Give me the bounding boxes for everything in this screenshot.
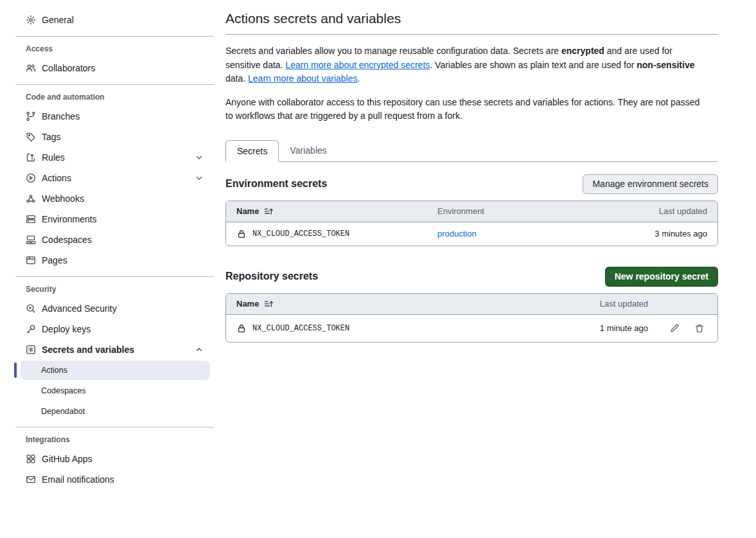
tab-secrets[interactable]: Secrets — [225, 140, 279, 162]
sidebar-item-pages[interactable]: Pages — [0, 250, 215, 271]
sidebar-item-actions[interactable]: Actions — [0, 168, 215, 188]
key-asterisk-icon — [26, 345, 36, 355]
edit-secret-button[interactable] — [669, 323, 680, 334]
sidebar-subitem-codespaces[interactable]: Codespaces — [21, 381, 210, 400]
sidebar-item-webhooks[interactable]: Webhooks — [0, 188, 215, 209]
sidebar-item-advanced-security[interactable]: Advanced Security — [0, 298, 215, 319]
sidebar-item-label: Branches — [42, 111, 80, 121]
mail-icon — [26, 474, 36, 485]
sidebar-divider — [15, 36, 214, 37]
sidebar-item-email-notifications[interactable]: Email notifications — [0, 469, 215, 490]
environment-secrets-table-header: Name Environment Last updated — [226, 201, 717, 222]
webhook-icon — [26, 193, 36, 204]
sidebar-subitem-label: Dependabot — [41, 407, 85, 416]
chevron-down-icon — [194, 173, 204, 183]
sidebar-item-environments[interactable]: Environments — [0, 209, 215, 229]
repository-secrets-header: Repository secrets New repository secret — [225, 267, 718, 287]
tab-variables[interactable]: Variables — [279, 140, 337, 161]
delete-secret-button[interactable] — [694, 323, 705, 334]
manage-environment-secrets-button[interactable]: Manage environment secrets — [583, 174, 718, 194]
sidebar-item-secrets-and-variables[interactable]: Secrets and variables — [0, 339, 215, 360]
sidebar-item-label: Environments — [42, 214, 97, 224]
sidebar-item-label: Tags — [42, 132, 61, 142]
sidebar-item-label: Collaborators — [42, 63, 95, 73]
secret-name: NX_CLOUD_ACCESS_TOKEN — [236, 229, 437, 239]
sidebar-item-label: Pages — [42, 255, 67, 265]
tag-icon — [26, 132, 36, 142]
browser-icon — [26, 255, 36, 265]
sidebar-section-label: Access — [0, 42, 215, 58]
sidebar-divider — [15, 276, 214, 277]
sidebar-section-label: Integrations — [0, 433, 215, 449]
sidebar-subitem-label: Codespaces — [41, 386, 86, 395]
sidebar-item-label: Webhooks — [42, 193, 84, 204]
sidebar-item-branches[interactable]: Branches — [0, 106, 215, 127]
sidebar-item-tags[interactable]: Tags — [0, 127, 215, 147]
main-content: Actions secrets and variables Secrets an… — [225, 0, 718, 343]
sidebar-section-label: Code and automation — [0, 91, 215, 106]
sidebar-subitem-actions[interactable]: Actions — [21, 361, 210, 380]
sidebar-item-label: Codespaces — [42, 235, 92, 245]
environment-secrets-header: Environment secrets Manage environment s… — [225, 174, 718, 194]
sort-ascending-icon — [263, 206, 274, 217]
sidebar-divider — [15, 427, 214, 427]
column-header-name[interactable]: Name — [236, 299, 274, 309]
learn-more-link[interactable]: Learn more about variables — [248, 73, 357, 84]
learn-more-link[interactable]: Learn more about encrypted secrets — [285, 60, 430, 70]
codescan-icon — [26, 303, 36, 314]
lock-icon — [236, 323, 247, 334]
sidebar-item-rules[interactable]: Rules — [0, 147, 215, 168]
sidebar-divider — [15, 84, 214, 85]
intro-paragraph-2: Anyone with collaborator access to this … — [225, 96, 702, 123]
sidebar-item-label: General — [42, 15, 74, 25]
sort-ascending-icon — [263, 299, 274, 309]
last-updated-value: 1 minute ago — [600, 323, 648, 333]
environment-secrets-table: Name Environment Last updated NX_C — [225, 201, 718, 246]
column-header-last-updated: Last updated — [659, 206, 707, 216]
sidebar-item-label: Actions — [42, 173, 71, 183]
intro-paragraph-1: Secrets and variables allow you to manag… — [225, 44, 702, 86]
row-actions — [648, 323, 707, 334]
play-icon — [26, 173, 36, 183]
last-updated-value: 3 minutes ago — [655, 229, 707, 238]
table-row: NX_CLOUD_ACCESS_TOKEN 1 minute ago — [226, 315, 717, 342]
trash-icon — [694, 323, 705, 334]
page-title: Actions secrets and variables — [225, 0, 718, 35]
new-repository-secret-button[interactable]: New repository secret — [605, 267, 718, 287]
sidebar-item-label: Deploy keys — [42, 324, 91, 334]
sidebar-item-label: Secrets and variables — [42, 345, 134, 355]
repository-secrets-heading: Repository secrets — [225, 271, 318, 282]
sidebar-item-collaborators[interactable]: Collaborators — [0, 58, 215, 78]
secrets-variables-tabnav: Secrets Variables — [225, 140, 718, 162]
sidebar-item-label: Rules — [42, 152, 65, 163]
repository-secrets-table-header: Name Last updated — [226, 294, 717, 315]
repository-secrets-table: Name Last updated NX_CLOUD_ACCESS_TOKEN … — [225, 293, 718, 343]
key-icon — [26, 324, 36, 334]
environment-link[interactable]: production — [437, 229, 477, 238]
table-row: NX_CLOUD_ACCESS_TOKEN production 3 minut… — [226, 222, 717, 246]
apps-icon — [26, 454, 36, 464]
column-header-last-updated: Last updated — [600, 299, 648, 309]
chevron-down-icon — [194, 152, 204, 163]
gear-icon — [26, 15, 36, 25]
people-icon — [26, 63, 36, 73]
settings-sidebar: General Access Collaborators Code and au… — [0, 0, 215, 490]
sidebar-item-github-apps[interactable]: GitHub Apps — [0, 449, 215, 469]
pencil-icon — [669, 323, 680, 334]
codespaces-icon — [26, 235, 36, 245]
sidebar-item-general[interactable]: General — [0, 10, 215, 30]
sidebar-section-label: Security — [0, 283, 215, 298]
sidebar-item-label: GitHub Apps — [42, 454, 92, 464]
sidebar-item-label: Email notifications — [42, 474, 114, 485]
environment-secrets-heading: Environment secrets — [225, 178, 327, 190]
sidebar-item-codespaces[interactable]: Codespaces — [0, 229, 215, 250]
secret-name: NX_CLOUD_ACCESS_TOKEN — [236, 323, 349, 334]
lock-icon — [236, 229, 247, 239]
sidebar-subitem-label: Actions — [41, 366, 67, 375]
chevron-up-icon — [194, 345, 204, 355]
column-header-name[interactable]: Name — [236, 206, 437, 217]
git-branch-icon — [26, 111, 36, 121]
rules-icon — [26, 152, 36, 163]
sidebar-item-deploy-keys[interactable]: Deploy keys — [0, 319, 215, 339]
sidebar-subitem-dependabot[interactable]: Dependabot — [21, 402, 210, 421]
